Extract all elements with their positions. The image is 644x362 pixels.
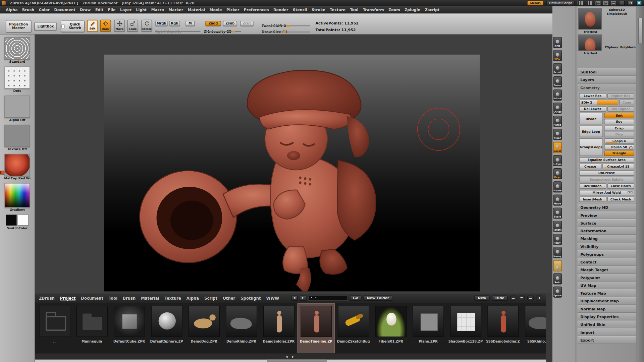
divide-button[interactable]: Divide: [579, 113, 603, 124]
view-mode-two-rows-icon[interactable]: [519, 296, 525, 301]
geometry-header[interactable]: Geometry: [578, 84, 636, 91]
subpalette-header[interactable]: Morph Target: [578, 266, 636, 274]
go-button[interactable]: Go: [350, 295, 362, 301]
move-mode-button[interactable]: Move: [114, 20, 125, 32]
right-shelf-button[interactable]: L.Sym: [553, 155, 562, 166]
lightbox-file-item[interactable]: DemoTimeline.ZP: [298, 303, 335, 353]
subpalette-header[interactable]: SubTool: [578, 68, 636, 76]
lightbox-file-item[interactable]: ..: [36, 303, 73, 353]
menu-item[interactable]: Color: [39, 8, 50, 12]
lightbox-file-item[interactable]: SSSRhino.ZPR: [522, 303, 546, 353]
right-shelf-button[interactable]: Frame: [553, 181, 562, 192]
tool-item-sphere3d[interactable]: Sphere3D: [604, 8, 629, 11]
subpalette-header[interactable]: Polygroups: [578, 250, 636, 258]
smt-toggle[interactable]: Smt: [604, 113, 634, 118]
menu-item[interactable]: Brush: [22, 8, 34, 12]
z-intensity-slider[interactable]: Z Intensity 25: [204, 27, 241, 32]
subpalette-header[interactable]: Geometry HD: [578, 203, 636, 211]
slider-knob[interactable]: [232, 31, 235, 33]
right-shelf-button[interactable]: SPix: [553, 50, 562, 61]
right-shelf-button[interactable]: Persp: [553, 116, 562, 127]
mirror-axis-toggle[interactable]: [628, 191, 630, 193]
right-shelf-button[interactable]: AAHalf: [553, 103, 562, 114]
recent-tool-thumbnail[interactable]: [578, 35, 602, 51]
del-higher-button[interactable]: Del Higher: [607, 106, 634, 112]
right-shelf-button[interactable]: Transp: [553, 247, 562, 258]
lightbox-file-item[interactable]: Fibers01.ZPR: [372, 303, 409, 353]
lightbox-file-item[interactable]: Plane.ZPR: [410, 303, 447, 353]
minimize-button[interactable]: −: [619, 1, 625, 5]
right-shelf-button[interactable]: Solo: [553, 274, 562, 285]
zadd-toggle[interactable]: Zadd: [205, 21, 221, 26]
right-shelf-button[interactable]: Scale: [553, 208, 562, 219]
lightbox-file-item[interactable]: DefaultSphere.ZP: [148, 303, 185, 353]
reconstruct-subdiv-button[interactable]: Reconstruct Subdiv: [579, 177, 634, 182]
lightbox-tab[interactable]: WWW: [266, 296, 279, 300]
lightbox-tab[interactable]: Alpha: [186, 296, 199, 300]
lightbox-file-item[interactable]: SSSDemoSoldier.Z: [484, 303, 522, 353]
insert-mesh-button[interactable]: InsertMesh: [579, 197, 606, 202]
focal-shift-slider[interactable]: Focal Shift 0: [262, 21, 310, 26]
palette-item[interactable]: SwitchColor: [4, 215, 30, 230]
rotate-mode-button[interactable]: Rotate: [141, 20, 152, 32]
lightbox-tab[interactable]: Script: [204, 296, 217, 300]
lightbox-scroll-bar[interactable]: ◀ ▶: [35, 354, 546, 362]
lightbox-button[interactable]: LightBox: [35, 22, 57, 30]
suv-toggle[interactable]: Suv: [604, 119, 634, 124]
menu-item[interactable]: Zscript: [425, 8, 439, 12]
lightbox-file-item[interactable]: DemoSoldier.ZPR: [260, 303, 297, 353]
mirror-axis-toggle[interactable]: [631, 191, 633, 193]
zcut-toggle[interactable]: Zcut: [240, 21, 253, 26]
view-mode-grid-icon[interactable]: [536, 296, 542, 301]
lightbox-tab[interactable]: Material: [141, 296, 159, 300]
rgb-intensity-slider[interactable]: Rgb Intensity: [155, 27, 201, 32]
right-shelf-button[interactable]: BPR: [553, 37, 562, 48]
mrgb-toggle[interactable]: Mrgb: [155, 21, 168, 26]
new-button[interactable]: New: [475, 295, 490, 301]
subpalette-header[interactable]: Surface: [578, 219, 636, 227]
palette-item[interactable]: Alpha Off: [4, 96, 30, 122]
copy-document-icon[interactable]: [596, 1, 601, 5]
view-mode-one-row-icon[interactable]: [510, 296, 516, 301]
projection-master-button[interactable]: Projection Master: [6, 20, 31, 33]
check-mesh-button[interactable]: Check Mesh: [607, 197, 634, 202]
subpalette-header[interactable]: Polypaint: [578, 274, 636, 282]
close-button[interactable]: ×: [636, 1, 642, 5]
lightbox-file-item[interactable]: Mannequin: [73, 303, 110, 353]
zsub-toggle[interactable]: Zsub: [223, 21, 237, 26]
file-filter-input[interactable]: [308, 295, 348, 301]
menu-item[interactable]: Document: [54, 8, 75, 12]
loops-slider[interactable]: Loops 4: [604, 138, 634, 144]
tool-item-zsphere[interactable]: ZSphere: [604, 46, 619, 49]
right-shelf-button[interactable]: Rotate: [553, 221, 562, 232]
del-lower-button[interactable]: Del Lower: [579, 106, 606, 112]
right-shelf-button[interactable]: PolyF: [553, 234, 562, 245]
lightbox-tab[interactable]: Tool: [109, 296, 117, 300]
tool-item-simplebrush[interactable]: SimpleBrush: [604, 12, 629, 16]
triangle-toggle[interactable]: Triangle: [604, 150, 634, 156]
menu-item[interactable]: Tool: [350, 8, 358, 12]
edit-mode-button[interactable]: Edit: [87, 20, 98, 32]
lightbox-file-item[interactable]: DemoRhino.ZPR: [223, 303, 260, 353]
lightbox-tab[interactable]: ZBrush: [39, 296, 55, 300]
right-scroll-gutter[interactable]: [637, 6, 644, 362]
slider-knob[interactable]: [287, 25, 290, 27]
edge-loop-button[interactable]: Edge Loop: [579, 126, 603, 137]
page-arrows[interactable]: ◀ ▶: [285, 355, 296, 358]
view-mode-list-icon[interactable]: [527, 296, 533, 301]
sculpt-canvas[interactable]: [35, 35, 552, 293]
palette-item[interactable]: Texture Off: [4, 125, 30, 151]
subpalette-header[interactable]: Unified Skin: [578, 320, 636, 328]
duplicate-document-icon[interactable]: [603, 1, 608, 5]
lightbox-file-item[interactable]: ShadowBox128.ZP: [447, 303, 484, 353]
right-shelf-button[interactable]: Xpose: [553, 287, 562, 298]
tool-item-polymesh3d[interactable]: PolyMesh3D: [620, 46, 636, 49]
subpalette-header[interactable]: Visibility: [578, 243, 636, 250]
draw-size-slider[interactable]: Draw Size 64: [262, 27, 310, 33]
menu-item[interactable]: Marker: [168, 8, 183, 12]
right-shelf-button[interactable]: Floor: [553, 129, 562, 140]
draw-mode-button[interactable]: Draw: [100, 20, 111, 32]
menu-item[interactable]: Stencil: [293, 8, 307, 12]
lightbox-tab[interactable]: Texture: [165, 296, 181, 300]
menu-item[interactable]: Stroke: [312, 8, 325, 12]
